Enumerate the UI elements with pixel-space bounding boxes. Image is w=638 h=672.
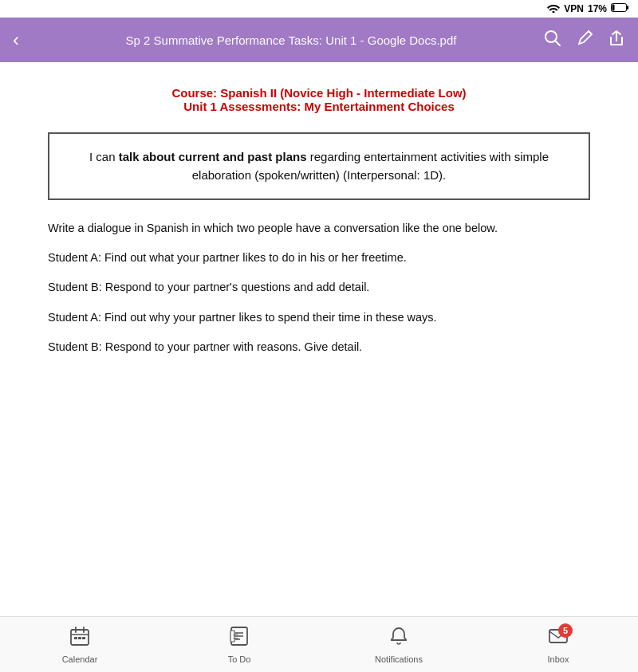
- svg-rect-1: [627, 6, 628, 10]
- svg-rect-11: [82, 637, 85, 639]
- svg-text:☰: ☰: [233, 633, 238, 640]
- edit-button[interactable]: [576, 29, 593, 51]
- doc-header-line2: Unit 1 Assessments: My Entertainment Cho…: [48, 100, 590, 113]
- svg-rect-2: [612, 5, 615, 11]
- paragraph-4: Student A: Find out why your partner lik…: [48, 308, 590, 327]
- doc-header-line1: Course: Spanish II (Novice High - Interm…: [48, 86, 590, 100]
- paragraph-1: Write a dialogue in Spanish in which two…: [48, 219, 590, 238]
- can-do-bold: talk about current and past plans: [119, 150, 307, 163]
- status-bar: VPN 17%: [0, 0, 638, 18]
- notifications-label: Notifications: [375, 654, 423, 664]
- tab-bar: Calendar ☰ To Do Notifications 5: [0, 616, 638, 672]
- can-do-box: I can talk about current and past plans …: [48, 132, 590, 200]
- paragraph-5: Student B: Respond to your partner with …: [48, 338, 590, 356]
- inbox-label: Inbox: [548, 654, 569, 664]
- paragraph-2: Student A: Find out what your partner li…: [48, 249, 590, 267]
- calendar-label: Calendar: [62, 654, 98, 664]
- tab-notifications[interactable]: Notifications: [319, 617, 478, 672]
- svg-line-4: [555, 41, 560, 45]
- nav-title: Sp 2 Summative Performance Tasks: Unit 1…: [38, 33, 544, 47]
- doc-header: Course: Spanish II (Novice High - Interm…: [48, 86, 590, 113]
- tab-calendar[interactable]: Calendar: [0, 617, 160, 672]
- document-content: Course: Spanish II (Novice High - Interm…: [0, 62, 638, 616]
- back-button[interactable]: ‹: [13, 29, 38, 51]
- tab-todo[interactable]: ☰ To Do: [160, 617, 319, 672]
- share-button[interactable]: [608, 29, 625, 51]
- svg-rect-9: [74, 637, 77, 639]
- nav-bar: ‹ Sp 2 Summative Performance Tasks: Unit…: [0, 18, 638, 62]
- paragraph-3: Student B: Respond to your partner's que…: [48, 278, 590, 297]
- vpn-label: VPN: [564, 3, 584, 14]
- tab-inbox[interactable]: 5 Inbox: [478, 617, 638, 672]
- todo-icon: ☰: [229, 626, 250, 651]
- can-do-prefix: I can: [89, 150, 119, 163]
- bell-icon: [388, 626, 409, 651]
- battery-label: 17%: [588, 3, 607, 14]
- inbox-badge: 5: [558, 623, 573, 638]
- todo-label: To Do: [228, 654, 251, 664]
- battery-icon: [611, 3, 628, 14]
- search-button[interactable]: [544, 29, 561, 51]
- svg-rect-10: [78, 637, 81, 639]
- wifi-icon: [547, 3, 560, 15]
- calendar-icon: [69, 626, 90, 651]
